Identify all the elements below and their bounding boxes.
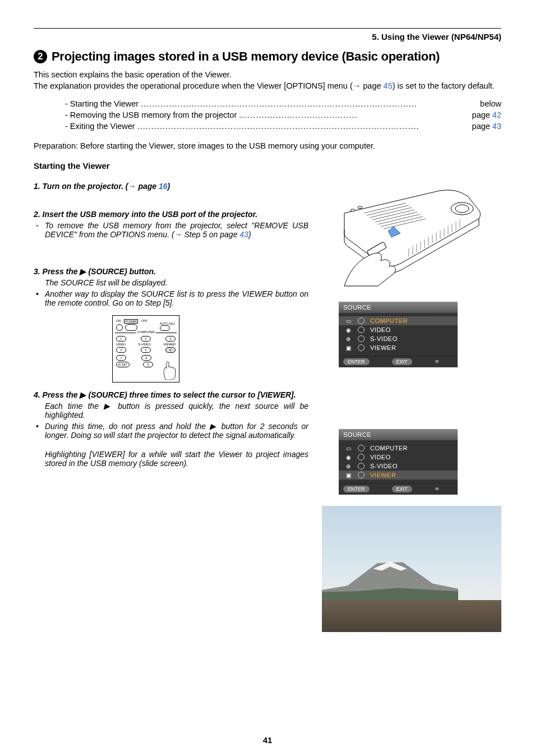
page-link-43[interactable]: 43 (492, 122, 501, 131)
source-item-video: ◉ VIDEO (339, 453, 458, 462)
arrow-icon: → (353, 81, 361, 90)
radio-icon (358, 454, 365, 460)
projector-illustration (322, 179, 501, 292)
btn-8: 8 (141, 355, 151, 361)
toc-label: - Starting the Viewer (65, 99, 139, 108)
radio-icon (358, 344, 365, 351)
enter-button: ENTER (343, 358, 370, 365)
radio-icon (358, 445, 365, 451)
header-rule (34, 28, 501, 29)
svg-point-24 (350, 209, 355, 211)
source-item-svideo: ⊛ S-VIDEO (339, 462, 458, 471)
step-4: 4. Press the ▶ (SOURCE) three times to s… (34, 390, 308, 399)
updown-icon: ≑ (435, 358, 439, 365)
source-menu-2: SOURCE ▭ COMPUTER ◉ VIDEO ⊛ (339, 429, 458, 495)
step-4-bullet: During this time, do not press and hold … (34, 422, 308, 440)
svideo-button: 5 (141, 347, 151, 353)
source-label: COMPUTER (370, 445, 452, 451)
computer3-button: 3 (165, 336, 176, 342)
toc-leader: ........................................… (137, 122, 470, 131)
page-link-45[interactable]: 45 (384, 81, 393, 90)
step-3-note: The SOURCE list will be displayed. (45, 278, 308, 287)
idset-button: ID SET (116, 362, 130, 367)
svg-point-25 (358, 206, 362, 209)
toc-label: - Removing the USB memory from the proje… (65, 110, 237, 119)
section-number-badge: 2 (34, 50, 47, 63)
step-2-note: To remove the USB memory from the projec… (34, 221, 308, 239)
source-menu-title: SOURCE (339, 429, 458, 440)
intro-line2b: page (361, 81, 383, 90)
step-3-bullet: Another way to display the SOURCE list i… (34, 289, 308, 307)
btn-0: 0 (143, 362, 153, 367)
radio-icon (358, 335, 365, 342)
step-4-note1: Each time the ▶ button is pressed quickl… (45, 402, 308, 420)
toc-page: below (480, 99, 501, 108)
svg-point-1 (455, 205, 469, 213)
intro-line1: This section explains the basic operatio… (34, 70, 232, 79)
power-on-button (116, 324, 123, 331)
toc-page: page 42 (472, 110, 501, 119)
toc-row-exiting: - Exiting the Viewer ...................… (65, 122, 501, 131)
source-label: VIEWER (370, 472, 452, 478)
radio-icon (358, 463, 365, 469)
source-label: S-VIDEO (370, 463, 452, 469)
radio-icon (358, 317, 365, 324)
intro-line2c: ) is set to the factory default. (393, 81, 495, 90)
chapter-header: 5. Using the Viewer (NP64/NP54) (34, 32, 501, 42)
source-menu-1: SOURCE ▭ COMPUTER ◉ VIDEO ⊛ (339, 302, 458, 367)
source-item-svideo: ⊛ S-VIDEO (339, 334, 458, 343)
remote-illustration: ONPOWEROFF AUTO ADJ. COMPUTER 1 2 3 (112, 315, 179, 382)
updown-icon: ≑ (435, 486, 439, 492)
step-1: 1. Turn on the projector. (→ page 16) (34, 182, 308, 191)
btn-7: 7 (116, 355, 126, 361)
preparation-text: Preparation: Before starting the Viewer,… (34, 141, 501, 152)
section-title-text: Projecting images stored in a USB memory… (52, 49, 440, 64)
computer1-button: 1 (116, 336, 126, 342)
source-label: VIEWER (370, 344, 452, 351)
step-3: 3. Press the ▶ (SOURCE) button. (34, 267, 308, 276)
page-link-43b[interactable]: 43 (239, 230, 248, 239)
arrow-icon: → (128, 182, 136, 191)
source-item-computer: ▭ COMPUTER (339, 444, 458, 453)
source-label: S-VIDEO (370, 335, 452, 342)
source-item-video: ◉ VIDEO (339, 325, 458, 334)
exit-button: EXIT (392, 358, 412, 365)
starting-heading: Starting the Viewer (34, 161, 501, 170)
slide-photo (322, 506, 501, 632)
viewer-button: 6 (165, 347, 176, 353)
page-link-16[interactable]: 16 (159, 182, 168, 191)
svideo-icon: ⊛ (344, 336, 352, 342)
section-title: 2 Projecting images stored in a USB memo… (34, 49, 501, 64)
radio-icon (358, 326, 365, 333)
page-number: 41 (0, 735, 535, 745)
source-label: VIDEO (370, 454, 452, 460)
source-item-viewer: ▣ VIEWER (339, 471, 458, 480)
toc-leader: ........................................… (239, 110, 469, 119)
computer-icon: ▭ (344, 318, 352, 324)
toc-label: - Exiting the Viewer (65, 122, 135, 131)
source-item-viewer: ▣ VIEWER (339, 343, 458, 352)
source-label: COMPUTER (370, 317, 452, 324)
toc-page: page 43 (472, 122, 501, 131)
video-button: 4 (116, 347, 126, 353)
auto-adj-button (160, 325, 170, 331)
intro-line2a: The explanation provides the operational… (34, 81, 353, 90)
source-item-computer: ▭ COMPUTER (339, 316, 458, 325)
viewer-icon: ▣ (344, 472, 352, 478)
svideo-icon: ⊛ (344, 463, 352, 469)
page-link-42[interactable]: 42 (492, 110, 501, 119)
source-label: VIDEO (370, 326, 452, 333)
intro-text: This section explains the basic operatio… (34, 70, 501, 91)
video-icon: ◉ (344, 454, 352, 460)
arrow-icon: → (174, 230, 182, 239)
source-menu-title: SOURCE (339, 302, 458, 313)
toc-row-starting: - Starting the Viewer ..................… (65, 99, 501, 108)
radio-icon (358, 472, 365, 478)
video-icon: ◉ (344, 327, 352, 333)
step-4-note2: Highlighting [VIEWER] for a while will s… (45, 450, 308, 468)
hand-pointer-icon (161, 361, 177, 380)
toc-leader: ........................................… (141, 99, 478, 108)
enter-button: ENTER (343, 486, 370, 492)
step-2: 2. Insert the USB memory into the USB po… (34, 210, 308, 219)
toc-list: - Starting the Viewer ..................… (65, 99, 501, 131)
